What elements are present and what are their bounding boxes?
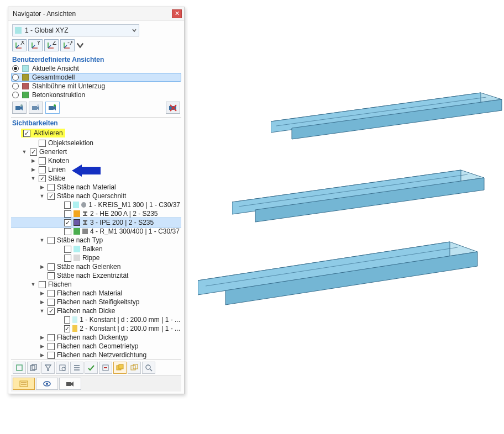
- model-viewport[interactable]: [188, 6, 504, 434]
- rect-icon: [82, 229, 88, 234]
- tool-new[interactable]: [13, 362, 26, 374]
- tree-objektselektion[interactable]: ▼ Objektselektion: [11, 139, 181, 147]
- ibeam-icon: [82, 220, 88, 225]
- svg-point-9: [54, 104, 56, 107]
- svg-point-24: [46, 383, 48, 385]
- expand-knoten[interactable]: ▶: [30, 157, 36, 164]
- swatch-q4: [74, 228, 80, 235]
- svg-text:Y: Y: [36, 41, 40, 46]
- tool-copy[interactable]: [27, 362, 40, 374]
- tree-staebe-querschnitt[interactable]: ▼ Stäbe nach Querschnitt: [11, 192, 181, 200]
- tree-rippe[interactable]: Rippe: [11, 253, 181, 262]
- tree-d1[interactable]: 1 - Konstant | d : 200.0 mm | 1 - ...: [11, 315, 181, 324]
- svg-rect-25: [66, 382, 71, 386]
- svg-rect-6: [32, 106, 37, 110]
- tree-q4[interactable]: 4 - R_M1 300/400 | 1 - C30/37: [11, 227, 181, 236]
- svg-point-5: [20, 104, 23, 107]
- bottom-toolbar: [11, 359, 181, 375]
- camera-button-1[interactable]: [12, 102, 27, 114]
- tree-staebe-material[interactable]: ▶ Stäbe nach Material: [11, 183, 181, 192]
- view-swatch-3: [22, 92, 29, 98]
- titlebar: Navigator - Ansichten ✕: [8, 7, 184, 20]
- window-title: Navigator - Ansichten: [13, 10, 76, 18]
- coord-swatch: [15, 27, 22, 34]
- radio-0[interactable]: [12, 65, 19, 72]
- panel-tab-bar: [11, 375, 181, 391]
- axis-minus-x-button[interactable]: -X: [60, 39, 75, 51]
- svg-rect-18: [119, 364, 123, 369]
- tool-intersect[interactable]: [128, 362, 141, 374]
- expand-generiert[interactable]: ▼: [21, 149, 28, 155]
- axis-menu-chevron[interactable]: [76, 39, 84, 51]
- svg-rect-22: [20, 381, 28, 387]
- radio-view-2[interactable]: Stahlbühne mit Unterzug: [11, 82, 181, 91]
- expand-linien[interactable]: ▶: [30, 166, 36, 173]
- tool-zoom[interactable]: [142, 362, 155, 374]
- view-label-1: Gesamtmodell: [32, 73, 75, 81]
- view-label-0: Aktuelle Ansicht: [32, 65, 79, 72]
- axis-y-button[interactable]: Y: [28, 39, 43, 51]
- tree-generiert[interactable]: ▼ Generiert: [11, 147, 181, 156]
- section-visibilities: Sichtbarkeiten: [11, 117, 181, 128]
- tool-list[interactable]: [70, 362, 83, 374]
- tree-balken[interactable]: Balken: [11, 245, 181, 253]
- beam-ipe200-3: [198, 237, 480, 309]
- svg-rect-4: [15, 106, 20, 110]
- axis-button-row: X Y Z: [11, 38, 181, 54]
- radio-1[interactable]: [12, 74, 19, 81]
- cb-objektselektion[interactable]: [39, 140, 46, 147]
- tree-f-geom[interactable]: ▶ Flächen nach Geometrietyp: [11, 342, 181, 351]
- close-button[interactable]: ✕: [172, 9, 182, 18]
- visibility-tree: ▼ Objektselektion ▼ Generiert ▶ Knoten ▶: [11, 139, 181, 359]
- radio-view-1[interactable]: Gesamtmodell: [11, 73, 181, 82]
- tree-d2[interactable]: 2 - Konstant | d : 200.0 mm | 1 - ...: [11, 324, 181, 333]
- tree-flaechen[interactable]: ▼ Flächen: [11, 280, 181, 289]
- tree-f-steif[interactable]: ▶ Flächen nach Steifigkeitstyp: [11, 298, 181, 306]
- cb-generiert[interactable]: [30, 149, 37, 156]
- axis-x-button[interactable]: X: [12, 39, 27, 51]
- svg-point-7: [37, 104, 39, 107]
- tool-remove-check[interactable]: [99, 362, 112, 374]
- tool-inspect[interactable]: [56, 362, 69, 374]
- tab-nav[interactable]: [13, 378, 35, 390]
- tab-visibility[interactable]: [36, 378, 58, 390]
- beam-ipe200-2: [232, 166, 486, 226]
- camera-button-3[interactable]: [45, 102, 60, 114]
- circle-icon: [81, 202, 86, 208]
- tab-camera[interactable]: [59, 378, 81, 390]
- section-user-views: Benutzerdefinierte Ansichten: [11, 54, 181, 64]
- radio-2[interactable]: [12, 83, 19, 89]
- coord-system-dropdown[interactable]: 1 - Global XYZ: [12, 24, 139, 36]
- svg-text:-X: -X: [67, 41, 72, 46]
- tree-knoten[interactable]: ▶ Knoten: [11, 156, 181, 165]
- tree-f-material[interactable]: ▶ Flächen nach Material: [11, 289, 181, 298]
- tree-linien[interactable]: ▶ Linien: [11, 165, 181, 174]
- camera-delete-button[interactable]: [166, 102, 180, 114]
- tree-staebe-gelenken[interactable]: ▶ Stäbe nach Gelenken: [11, 262, 181, 271]
- tree-f-dickentyp[interactable]: ▶ Flächen nach Dickentyp: [11, 333, 181, 342]
- tool-filter[interactable]: [41, 362, 55, 374]
- tool-apply[interactable]: [85, 362, 98, 374]
- activate-checkbox[interactable]: [23, 130, 30, 137]
- tree-f-netz[interactable]: ▶ Flächen nach Netzverdichtung: [11, 351, 181, 359]
- tree-q2[interactable]: 2 - HE 200 A | 2 - S235: [11, 209, 181, 218]
- expand-staebe[interactable]: ▼: [30, 175, 36, 182]
- view-label-3: Betonkonstruktion: [32, 91, 85, 99]
- radio-3[interactable]: [12, 92, 19, 98]
- tree-staebe[interactable]: ▼ Stäbe: [11, 174, 181, 183]
- tree-staebe-typ[interactable]: ▼ Stäbe nach Typ: [11, 236, 181, 245]
- tree-f-dicke[interactable]: ▼ Flächen nach Dicke: [11, 306, 181, 315]
- ibeam-icon: [82, 211, 88, 216]
- axis-z-button[interactable]: Z: [44, 39, 59, 51]
- tool-union[interactable]: [113, 362, 127, 374]
- radio-view-3[interactable]: Betonkonstruktion: [11, 91, 181, 99]
- swatch-d1: [72, 316, 78, 323]
- tree-staebe-exz[interactable]: ▶ Stäbe nach Exzentrizität: [11, 271, 181, 280]
- tree-q3[interactable]: 3 - IPE 200 | 2 - S235: [11, 218, 181, 227]
- svg-point-15: [62, 367, 65, 371]
- activate-row[interactable]: Aktivieren: [21, 129, 65, 137]
- tree-q1[interactable]: 1 - KREIS_M1 300 | 1 - C30/37: [11, 200, 181, 209]
- camera-button-2[interactable]: [29, 102, 43, 114]
- svg-text:Z: Z: [53, 41, 56, 46]
- radio-view-0[interactable]: Aktuelle Ansicht: [11, 64, 181, 73]
